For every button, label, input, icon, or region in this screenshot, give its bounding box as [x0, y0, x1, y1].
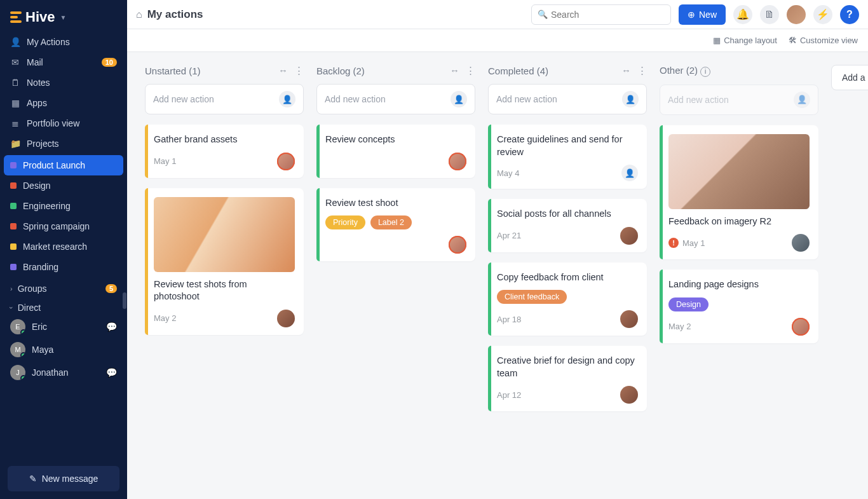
sidebar: Hive ▼ 👤 My Actions✉ Mail10🗒 Notes▦ Apps… [0, 0, 127, 499]
new-button[interactable]: ⊕ New [679, 4, 726, 25]
assignee-placeholder-icon[interactable]: 👤 [794, 92, 810, 108]
card-title: Landing page designs [668, 278, 810, 291]
avatar[interactable] [277, 153, 295, 170]
groups-section[interactable]: › Groups 5 [0, 277, 127, 296]
resize-icon[interactable]: ↔ [450, 65, 459, 76]
avatar[interactable] [792, 318, 810, 336]
nav-item[interactable]: 📁 Projects [0, 133, 127, 154]
nav-item[interactable]: ▦ Apps [0, 93, 127, 113]
nav-label: Apps [27, 98, 47, 108]
resize-icon[interactable]: ↔ [278, 65, 288, 76]
direct-label: Direct [18, 303, 41, 313]
avatar[interactable] [277, 310, 295, 327]
add-action-input[interactable] [496, 94, 592, 104]
card-stripe [660, 270, 663, 343]
resize-icon[interactable]: ↔ [621, 65, 631, 76]
card-stripe [488, 199, 491, 252]
card-list: Gather brand assetsMay 1Review test shot… [145, 125, 304, 335]
card[interactable]: Social posts for all channelsApr 21 [488, 199, 647, 252]
nav-label: My Actions [27, 37, 70, 47]
card-stripe [145, 188, 148, 335]
nav-item[interactable]: 🗒 Notes [0, 72, 127, 93]
avatar[interactable] [449, 153, 466, 170]
sidebar-scroll-thumb[interactable] [123, 292, 126, 309]
add-action-input[interactable] [153, 94, 248, 104]
assignee-placeholder-icon[interactable]: 👤 [622, 91, 639, 107]
card[interactable]: Review test shootPriorityLabel 2 [316, 188, 475, 262]
customize-view-button[interactable]: 🛠Customize view [789, 36, 858, 45]
sidebar-project[interactable]: Market research [0, 236, 127, 257]
new-message-button[interactable]: ✎ New message [8, 466, 119, 491]
direct-section[interactable]: › Direct [0, 296, 127, 315]
dm-item[interactable]: E Eric💬 [0, 315, 127, 338]
card[interactable]: Create guidelines and send for reviewMay… [488, 125, 647, 189]
nav-label: Portfolio view [27, 118, 79, 128]
assignee-placeholder-icon[interactable]: 👤 [451, 91, 467, 107]
avatar[interactable] [792, 234, 810, 252]
sidebar-project[interactable]: Engineering [0, 196, 127, 216]
avatar[interactable] [620, 227, 638, 245]
nav-icon: ▦ [10, 98, 20, 108]
nav-item[interactable]: ✉ Mail10 [0, 52, 127, 72]
avatar[interactable] [449, 236, 466, 254]
avatar[interactable] [787, 5, 806, 24]
nav-item[interactable]: ≣ Portfolio view [0, 113, 127, 133]
label[interactable]: Priority [325, 215, 365, 229]
board-column: Backlog (2) ↔ ⋮ 👤 Review conceptsReview … [316, 65, 475, 486]
card[interactable]: Creative brief for design and copy teamA… [488, 346, 647, 411]
card-stripe [488, 263, 491, 336]
card[interactable]: Copy feedback from clientClient feedback… [488, 263, 647, 336]
assignee-placeholder-icon[interactable]: 👤 [279, 91, 295, 107]
card-footer: Apr 12 [497, 386, 638, 404]
add-action-row[interactable]: 👤 [145, 84, 304, 114]
lightning-icon[interactable]: ⚡ [813, 5, 832, 24]
logo[interactable]: Hive ▼ [0, 0, 127, 32]
info-icon[interactable]: i [700, 67, 710, 77]
card[interactable]: Feedback on imagery R2!May 1 [660, 125, 818, 260]
add-action-input[interactable] [668, 95, 763, 105]
nav-item[interactable]: 👤 My Actions [0, 32, 127, 52]
more-icon[interactable]: ⋮ [466, 65, 475, 76]
column-title: Completed (4) [488, 65, 548, 76]
sidebar-project[interactable]: Design [0, 175, 127, 196]
card[interactable]: Gather brand assetsMay 1 [145, 125, 304, 178]
sidebar-project[interactable]: Spring campaign [0, 216, 127, 236]
more-icon[interactable]: ⋮ [637, 65, 647, 76]
help-button[interactable]: ? [840, 5, 859, 24]
more-icon[interactable]: ⋮ [294, 65, 304, 76]
card[interactable]: Review concepts [316, 125, 475, 178]
label[interactable]: Client feedback [497, 290, 567, 304]
assignee-placeholder-icon[interactable]: 👤 [621, 165, 638, 181]
card-title: Review test shots from photoshoot [154, 278, 295, 303]
add-action-input[interactable] [325, 94, 420, 104]
avatar[interactable] [620, 386, 638, 404]
add-action-row[interactable]: 👤 [316, 84, 475, 114]
project-label: Product Launch [23, 160, 85, 170]
bell-icon[interactable]: 🔔 [733, 5, 752, 24]
chevron-down-icon[interactable]: ▼ [60, 14, 66, 21]
label[interactable]: Design [668, 297, 709, 311]
change-layout-button[interactable]: ▦Change layout [713, 36, 777, 45]
dm-item[interactable]: M Maya [0, 338, 127, 361]
card-footer [325, 236, 466, 254]
add-column-button[interactable]: Add a new [831, 65, 868, 90]
add-action-row[interactable]: 👤 [488, 84, 647, 114]
card-stripe [660, 125, 663, 260]
card-date: !May 1 [668, 238, 705, 248]
avatar[interactable] [620, 310, 638, 328]
dm-item[interactable]: J Jonathan💬 [0, 361, 127, 384]
search-input[interactable] [531, 4, 671, 25]
sidebar-project[interactable]: Branding [0, 257, 127, 277]
project-label: Spring campaign [23, 221, 90, 231]
card-footer: Apr 21 [497, 227, 638, 245]
card-date: May 1 [154, 156, 176, 166]
document-icon[interactable]: 🗎 [760, 5, 779, 24]
sidebar-project[interactable]: Product Launch [4, 155, 123, 175]
card-date: Apr 21 [497, 231, 521, 240]
column-controls: ↔ ⋮ [621, 65, 647, 76]
card-title: Review concepts [325, 133, 466, 146]
add-action-row[interactable]: 👤 [660, 85, 818, 115]
label[interactable]: Label 2 [370, 215, 412, 229]
card[interactable]: Landing page designsDesignMay 2 [660, 270, 818, 343]
card[interactable]: Review test shots from photoshootMay 2 [145, 188, 304, 335]
